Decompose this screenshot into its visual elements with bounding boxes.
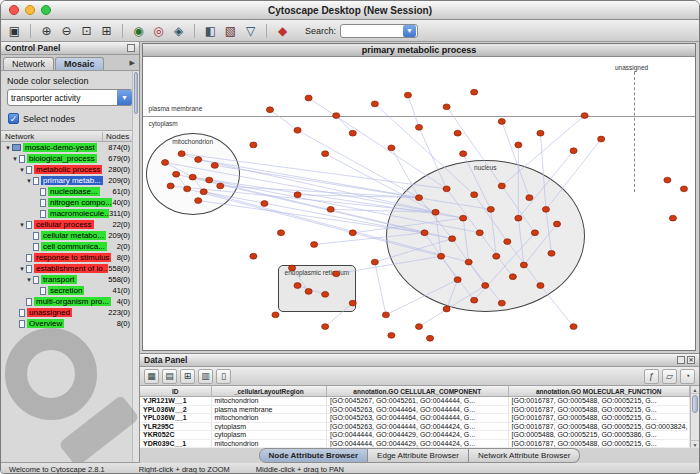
zoom-out-icon[interactable]: ⊖ — [58, 22, 75, 39]
tree-column-network[interactable]: Network — [1, 132, 103, 141]
network-node[interactable] — [211, 162, 218, 168]
tab-node-attribute-browser[interactable]: Node Attribute Browser — [259, 448, 369, 463]
network-edge[interactable] — [502, 121, 530, 197]
zoom-window-button[interactable] — [41, 5, 51, 15]
expander-icon[interactable]: ▼ — [11, 156, 19, 162]
network-node[interactable] — [421, 230, 428, 236]
network-edge[interactable] — [540, 286, 573, 327]
network-node[interactable] — [178, 151, 185, 157]
network-node[interactable] — [570, 324, 577, 330]
column-header[interactable]: ID — [140, 386, 212, 396]
expander-icon[interactable]: ▼ — [18, 222, 26, 228]
network-node[interactable] — [531, 230, 538, 236]
first-neighbors-icon[interactable]: ◈ — [170, 22, 187, 39]
network-edge[interactable] — [336, 116, 353, 134]
new-attribute-icon[interactable]: ⊞ — [180, 369, 195, 384]
network-node[interactable] — [482, 283, 489, 289]
close-window-button[interactable] — [9, 5, 19, 15]
network-edge[interactable] — [540, 133, 546, 209]
formula-builder-icon[interactable]: ƒ — [644, 369, 659, 384]
network-node[interactable] — [460, 215, 467, 221]
network-node[interactable] — [261, 201, 268, 207]
network-node[interactable] — [581, 113, 588, 119]
table-row[interactable]: YPL036W__2plasma membrane[GO:0045263, GO… — [140, 406, 690, 415]
network-node[interactable] — [570, 148, 577, 154]
plugin-icon[interactable]: ◆ — [274, 22, 291, 39]
search-dropdown-icon[interactable]: ▼ — [403, 25, 416, 37]
network-node[interactable] — [382, 312, 389, 318]
network-node[interactable] — [388, 332, 395, 338]
network-node[interactable] — [454, 130, 461, 136]
network-node[interactable] — [371, 259, 378, 265]
tree-row[interactable]: ▼mosaic-demo-yeast874(0) — [1, 142, 139, 153]
tree-row[interactable]: Overview8(0) — [1, 318, 139, 329]
network-node[interactable] — [277, 230, 284, 236]
tree-row[interactable]: ▼transport558(0) — [1, 274, 139, 285]
network-node[interactable] — [443, 104, 450, 110]
expander-icon[interactable]: ▼ — [4, 145, 12, 151]
network-node[interactable] — [460, 151, 467, 157]
network-node[interactable] — [437, 253, 444, 259]
network-node[interactable] — [426, 335, 433, 341]
tree-row[interactable]: ▼cellular process22(0) — [1, 219, 139, 230]
network-node[interactable] — [173, 171, 180, 177]
network-node[interactable] — [548, 250, 555, 256]
show-graphics-details-icon[interactable]: ◉ — [130, 22, 147, 39]
network-node[interactable] — [664, 177, 671, 183]
network-node[interactable] — [250, 142, 257, 148]
network-node[interactable] — [449, 236, 456, 242]
table-scrollbar-thumb[interactable] — [692, 395, 698, 413]
network-node[interactable] — [520, 262, 527, 268]
network-edge[interactable] — [336, 256, 441, 274]
select-nodes-checkbox[interactable]: ✓ — [8, 113, 19, 124]
network-node[interactable] — [195, 157, 202, 163]
filter-icon[interactable]: ▽ — [242, 22, 259, 39]
network-node[interactable] — [305, 288, 312, 294]
tree-row[interactable]: cellular metabo...209(0) — [1, 230, 139, 241]
search-input[interactable]: ▼ — [340, 24, 418, 38]
network-node[interactable] — [333, 113, 340, 119]
tree-row[interactable]: macromolecule...311(0) — [1, 208, 139, 219]
network-edge[interactable] — [325, 154, 435, 213]
delete-attribute-icon[interactable]: ▥ — [198, 369, 213, 384]
float-panel-icon[interactable] — [677, 356, 685, 364]
attribute-matrix-icon[interactable]: ◔ — [680, 369, 695, 384]
unselect-attributes-icon[interactable]: ▤ — [162, 369, 177, 384]
table-scrollbar[interactable]: ▲ ▼ — [690, 386, 699, 448]
expander-icon[interactable]: ▼ — [25, 277, 33, 283]
select-attributes-icon[interactable]: ▦ — [144, 369, 159, 384]
network-node[interactable] — [476, 230, 483, 236]
network-node[interactable] — [415, 195, 422, 201]
network-node[interactable] — [487, 206, 494, 212]
network-node[interactable] — [493, 253, 500, 259]
network-edge[interactable] — [524, 224, 557, 265]
network-node[interactable] — [266, 107, 273, 113]
tree-scrollbar[interactable] — [132, 71, 139, 462]
network-node[interactable] — [294, 127, 301, 133]
tree-row[interactable]: secretion41(0) — [1, 285, 139, 296]
network-node[interactable] — [327, 206, 334, 212]
network-node[interactable] — [349, 300, 356, 306]
network-edge[interactable] — [204, 192, 452, 239]
zoom-fit-icon[interactable]: ⊞ — [98, 22, 115, 39]
network-node[interactable] — [288, 265, 295, 271]
network-node[interactable] — [388, 145, 395, 151]
import-attributes-icon[interactable]: ▱ — [662, 369, 677, 384]
scroll-up-icon[interactable]: ▲ — [691, 386, 699, 394]
network-node[interactable] — [471, 297, 478, 303]
column-header[interactable]: annotation.GO MOLECULAR_FUNCTION — [509, 386, 691, 396]
network-node[interactable] — [598, 136, 605, 142]
float-panel-icon[interactable] — [127, 44, 135, 52]
network-node[interactable] — [526, 195, 533, 201]
tree-row[interactable]: unassigned223(0) — [1, 307, 139, 318]
expander-icon[interactable]: ▼ — [18, 167, 26, 173]
network-node[interactable] — [454, 277, 461, 283]
tab-edge-attribute-browser[interactable]: Edge Attribute Browser — [368, 448, 469, 463]
tree-row[interactable]: cell communica...2(0) — [1, 241, 139, 252]
expander-icon[interactable]: ▼ — [25, 178, 33, 184]
vizmapper-icon[interactable]: ▧ — [222, 22, 239, 39]
network-node[interactable] — [553, 221, 560, 227]
network-node[interactable] — [432, 209, 439, 215]
network-node[interactable] — [515, 215, 522, 221]
tab-network[interactable]: Network — [3, 57, 54, 70]
